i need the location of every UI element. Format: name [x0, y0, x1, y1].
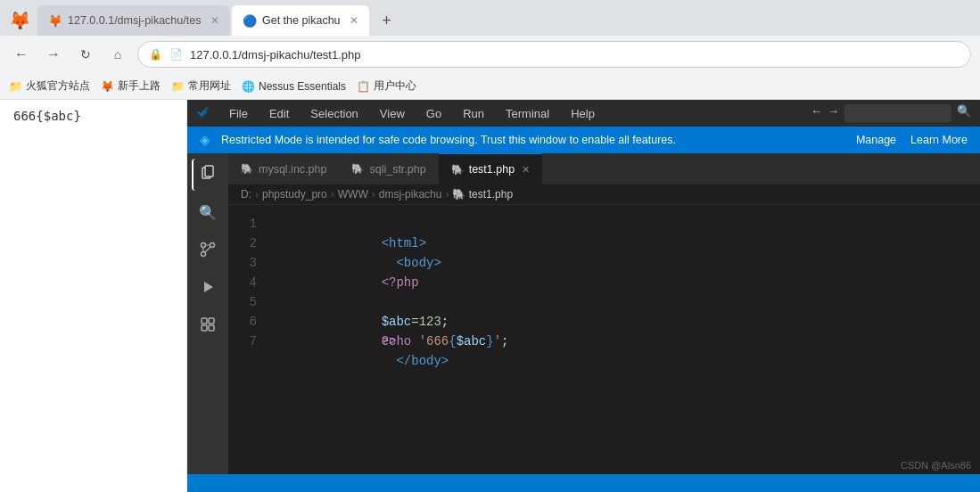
tab-mysql-label: mysql.inc.php: [259, 163, 326, 176]
php-icon-1: 🐘: [241, 163, 253, 175]
tab-sqli-label: sqli_str.php: [369, 163, 425, 176]
bookmark-1-icon: 📁: [9, 80, 22, 93]
menu-help[interactable]: Help: [565, 105, 600, 122]
back-button[interactable]: ←: [9, 42, 34, 67]
menu-view[interactable]: View: [375, 105, 410, 122]
tab-bar: 🦊 🦊 127.0.0.1/dmsj-pikachu/test1.ph... ✕…: [0, 0, 980, 36]
address-bar[interactable]: 🔒 📄 127.0.0.1/dmsj-pikachu/test1.php: [137, 41, 971, 68]
svg-point-4: [202, 252, 206, 257]
vscode-menu: File Edit Selection View Go Run Terminal…: [224, 105, 600, 122]
menu-edit[interactable]: Edit: [264, 105, 294, 122]
vscode-logo-notif: ◈: [200, 132, 210, 148]
vscode-titlebar: File Edit Selection View Go Run Terminal…: [187, 100, 980, 127]
bookmark-4[interactable]: 🌐 Nessus Essentials: [242, 80, 346, 93]
svg-rect-9: [209, 325, 214, 331]
svg-marker-5: [204, 282, 213, 292]
learn-more-link[interactable]: Learn More: [910, 134, 968, 146]
php-icon-2: 🐘: [351, 163, 364, 175]
code-line-1: <html>: [264, 214, 980, 234]
code-area[interactable]: 1 2 3 4 5 6 7 <html> <body>: [228, 205, 980, 474]
vscode-notification: ◈ Restricted Mode is intended for safe c…: [187, 127, 980, 153]
breadcrumb-www: WWW: [338, 188, 368, 201]
sidebar-icon-run[interactable]: [192, 271, 224, 303]
vscode-search-box[interactable]: [844, 104, 951, 122]
vscode-nav-forward[interactable]: →: [828, 104, 839, 122]
sidebar-icon-files[interactable]: [192, 159, 224, 191]
browser-tab-2[interactable]: 🔵 Get the pikachu ✕: [232, 5, 369, 36]
refresh-button[interactable]: ↻: [73, 42, 98, 67]
php-icon-3: 🐘: [451, 164, 464, 176]
bookmark-2-label: 新手上路: [118, 78, 161, 94]
menu-selection[interactable]: Selection: [305, 105, 363, 122]
breadcrumb: D: › phpstudy_pro › WWW › dmsj-pikachu ›…: [228, 184, 980, 205]
new-tab-button[interactable]: +: [375, 8, 399, 33]
status-bar: [187, 474, 980, 492]
svg-rect-1: [205, 166, 213, 176]
bookmark-1-label: 火狐官方站点: [26, 78, 90, 94]
svg-point-2: [202, 243, 206, 248]
tab-test1-label: test1.php: [469, 163, 515, 176]
browser-tab-1[interactable]: 🦊 127.0.0.1/dmsj-pikachu/test1.ph... ✕: [37, 5, 230, 36]
bookmark-1[interactable]: 📁 火狐官方站点: [9, 78, 90, 94]
vscode-nav-back[interactable]: ←: [811, 104, 822, 122]
manage-link[interactable]: Manage: [856, 134, 896, 146]
notification-text: Restricted Mode is intended for safe cod…: [221, 134, 676, 146]
bookmark-3-icon: 📁: [171, 80, 185, 93]
browser-page: 666{$abc}: [0, 100, 187, 492]
editor-tab-sqli[interactable]: 🐘 sqli_str.php: [339, 153, 438, 184]
address-text: 127.0.0.1/dmsj-pikachu/test1.php: [190, 48, 361, 62]
home-button[interactable]: ⌂: [105, 42, 130, 67]
vscode-main: 🔍: [187, 153, 980, 474]
page-content: 666{$abc}: [13, 109, 81, 123]
menu-terminal[interactable]: Terminal: [500, 105, 555, 122]
sidebar-icon-extensions[interactable]: [192, 308, 224, 340]
vscode-window: File Edit Selection View Go Run Terminal…: [187, 100, 980, 492]
breadcrumb-dmsj: dmsj-pikachu: [379, 188, 442, 201]
notification-links: Manage Learn More: [856, 134, 968, 146]
tab2-label: Get the pikachu: [262, 14, 341, 27]
breadcrumb-file: 🐘 test1.php: [452, 188, 513, 201]
browser-chrome: 🦊 🦊 127.0.0.1/dmsj-pikachu/test1.ph... ✕…: [0, 0, 980, 100]
sidebar-icon-search[interactable]: 🔍: [192, 196, 224, 228]
bookmark-5[interactable]: 📋 用户中心: [357, 78, 416, 94]
bookmark-3[interactable]: 📁 常用网址: [171, 78, 231, 94]
svg-rect-7: [209, 318, 214, 324]
tab1-label: 127.0.0.1/dmsj-pikachu/test1.ph...: [68, 14, 202, 27]
bookmark-5-label: 用户中心: [374, 78, 416, 94]
browser-content: 666{$abc} File Edit Selection View Go Ru…: [0, 100, 980, 492]
vscode-sidebar: 🔍: [187, 153, 228, 474]
svg-rect-6: [202, 318, 207, 324]
tab1-close[interactable]: ✕: [210, 14, 219, 27]
forward-button[interactable]: →: [41, 42, 66, 67]
address-bar-row: ← → ↻ ⌂ 🔒 📄 127.0.0.1/dmsj-pikachu/test1…: [0, 36, 980, 73]
bookmarks-bar: 📁 火狐官方站点 🦊 新手上路 📁 常用网址 🌐 Nessus Essentia…: [0, 73, 980, 100]
editor-tabs: 🐘 mysql.inc.php 🐘 sqli_str.php 🐘 test1.p…: [228, 153, 980, 184]
menu-run[interactable]: Run: [457, 105, 490, 122]
line-numbers: 1 2 3 4 5 6 7: [228, 205, 264, 474]
bookmark-3-label: 常用网址: [188, 78, 231, 94]
watermark: CSDN @Alsn86: [901, 460, 971, 471]
vscode-editor: 🐘 mysql.inc.php 🐘 sqli_str.php 🐘 test1.p…: [228, 153, 980, 474]
bookmark-4-label: Nessus Essentials: [259, 80, 346, 93]
vscode-logo: [196, 106, 210, 120]
editor-tab-mysql[interactable]: 🐘 mysql.inc.php: [228, 153, 339, 184]
tab2-close[interactable]: ✕: [350, 14, 358, 27]
bookmark-2-icon: 🦊: [101, 80, 114, 93]
bookmark-4-icon: 🌐: [242, 80, 255, 93]
vscode-search-icon[interactable]: 🔍: [957, 104, 971, 122]
firefox-icon: 🦊: [7, 8, 32, 33]
breadcrumb-phpstudy: phpstudy_pro: [262, 188, 327, 201]
tab-test1-close[interactable]: ✕: [522, 164, 530, 176]
menu-go[interactable]: Go: [421, 105, 447, 122]
code-content[interactable]: <html> <body> <?php $abc=123;: [264, 205, 980, 474]
bookmark-5-icon: 📋: [357, 80, 370, 93]
bookmark-2[interactable]: 🦊 新手上路: [101, 78, 161, 94]
sidebar-icon-source-control[interactable]: [192, 234, 224, 266]
breadcrumb-d: D:: [241, 188, 251, 201]
svg-rect-8: [202, 325, 207, 331]
svg-point-3: [210, 243, 215, 248]
editor-tab-test1[interactable]: 🐘 test1.php ✕: [439, 153, 542, 184]
menu-file[interactable]: File: [224, 105, 253, 122]
vscode-nav-buttons: ← → 🔍: [811, 104, 971, 122]
